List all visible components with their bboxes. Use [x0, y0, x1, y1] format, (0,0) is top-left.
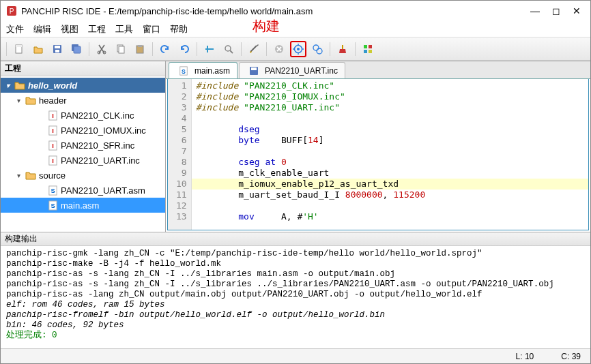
- undo-button[interactable]: [157, 41, 173, 57]
- cut-button[interactable]: [93, 41, 110, 57]
- tree-file[interactable]: SPAN2210_UART.asm: [1, 183, 165, 198]
- svg-rect-12: [119, 46, 124, 53]
- line-gutter: 12345678910111213: [168, 79, 192, 230]
- output-panel-title: 构建输出: [1, 232, 590, 246]
- svg-rect-15: [205, 48, 214, 50]
- menu-bar: 文件编辑视图工程工具窗口帮助: [1, 21, 590, 37]
- copy-button[interactable]: [113, 41, 129, 57]
- svg-line-18: [230, 50, 233, 53]
- rebuild-button[interactable]: [309, 41, 326, 57]
- svg-point-17: [225, 46, 231, 51]
- tree-file[interactable]: IPAN2210_CLK.inc: [1, 108, 165, 123]
- svg-text:I: I: [52, 157, 54, 164]
- title-bar: P PANCHIP RISC IDE - E:/temp/panchip-ris…: [1, 1, 590, 21]
- maximize-button[interactable]: ◻: [552, 5, 560, 16]
- editor-tabs: Smain.asmPAN2210_UART.inc: [166, 61, 590, 79]
- tree-folder-source[interactable]: ▾source: [1, 168, 165, 183]
- tree-root[interactable]: ▾hello_world: [1, 78, 165, 93]
- svg-point-26: [313, 45, 319, 50]
- svg-rect-30: [369, 45, 372, 48]
- svg-point-21: [297, 48, 300, 50]
- menu-工程[interactable]: 工程: [88, 23, 106, 35]
- svg-rect-29: [364, 45, 367, 48]
- minimize-button[interactable]: —: [530, 5, 540, 16]
- menu-视图[interactable]: 视图: [61, 23, 78, 35]
- svg-text:I: I: [52, 142, 54, 149]
- paste-button[interactable]: [132, 41, 148, 57]
- editor-tab[interactable]: Smain.asm: [169, 62, 237, 78]
- new-file-button[interactable]: [11, 41, 27, 57]
- menu-文件[interactable]: 文件: [6, 23, 24, 35]
- svg-rect-32: [369, 50, 372, 53]
- svg-rect-16: [207, 46, 208, 52]
- find-button[interactable]: [220, 41, 237, 57]
- menu-工具[interactable]: 工具: [115, 23, 133, 35]
- svg-text:I: I: [52, 127, 54, 134]
- redo-button[interactable]: [176, 41, 192, 57]
- svg-rect-14: [138, 45, 142, 47]
- clean-button[interactable]: [334, 41, 351, 57]
- window-title: PANCHIP RISC IDE - E:/temp/panchip-risc-…: [21, 6, 530, 16]
- svg-point-27: [317, 48, 322, 54]
- svg-text:S: S: [51, 187, 55, 194]
- app-icon: P: [6, 5, 17, 16]
- code-area[interactable]: #include "PAN2210_CLK.inc"#include "PAN2…: [192, 79, 588, 230]
- svg-rect-3: [16, 45, 22, 47]
- menu-编辑[interactable]: 编辑: [33, 23, 51, 35]
- svg-text:I: I: [52, 112, 54, 119]
- project-tree[interactable]: ▾hello_world▾headerIPAN2210_CLK.incIPAN2…: [1, 76, 165, 232]
- status-bar: L: 10 C: 39: [1, 348, 590, 363]
- project-panel-title: 工程: [1, 61, 165, 76]
- toolbar: [1, 37, 590, 61]
- tree-file[interactable]: Smain.asm: [1, 198, 165, 213]
- open-file-button[interactable]: [30, 41, 46, 57]
- svg-text:P: P: [10, 7, 14, 15]
- bookmark-button[interactable]: [201, 41, 218, 57]
- svg-text:S: S: [182, 67, 186, 74]
- build-output[interactable]: panchip-risc-gmk -lang zh_CN -c "E:/temp…: [1, 246, 590, 348]
- svg-rect-5: [55, 46, 60, 48]
- tree-file[interactable]: IPAN2210_UART.inc: [1, 153, 165, 168]
- svg-text:S: S: [51, 202, 55, 209]
- svg-rect-6: [55, 50, 59, 52]
- svg-rect-31: [364, 50, 367, 53]
- close-button[interactable]: ✕: [573, 5, 581, 16]
- menu-窗口[interactable]: 窗口: [143, 23, 160, 35]
- tree-folder-header[interactable]: ▾header: [1, 93, 165, 108]
- menu-帮助[interactable]: 帮助: [170, 23, 188, 35]
- tree-file[interactable]: IPAN2210_SFR.inc: [1, 138, 165, 153]
- blocks-button[interactable]: [360, 41, 376, 57]
- svg-rect-48: [251, 67, 257, 70]
- save-button[interactable]: [49, 41, 66, 57]
- code-editor[interactable]: 12345678910111213 #include "PAN2210_CLK.…: [167, 79, 589, 230]
- svg-rect-28: [342, 45, 343, 49]
- build-button[interactable]: [290, 41, 306, 57]
- tree-file[interactable]: IPAN2210_IOMUX.inc: [1, 123, 165, 138]
- editor-tab[interactable]: PAN2210_UART.inc: [239, 62, 345, 78]
- settings-button[interactable]: [246, 41, 262, 57]
- save-all-button[interactable]: [68, 41, 85, 57]
- stop-button[interactable]: [271, 41, 287, 57]
- svg-rect-8: [74, 46, 81, 53]
